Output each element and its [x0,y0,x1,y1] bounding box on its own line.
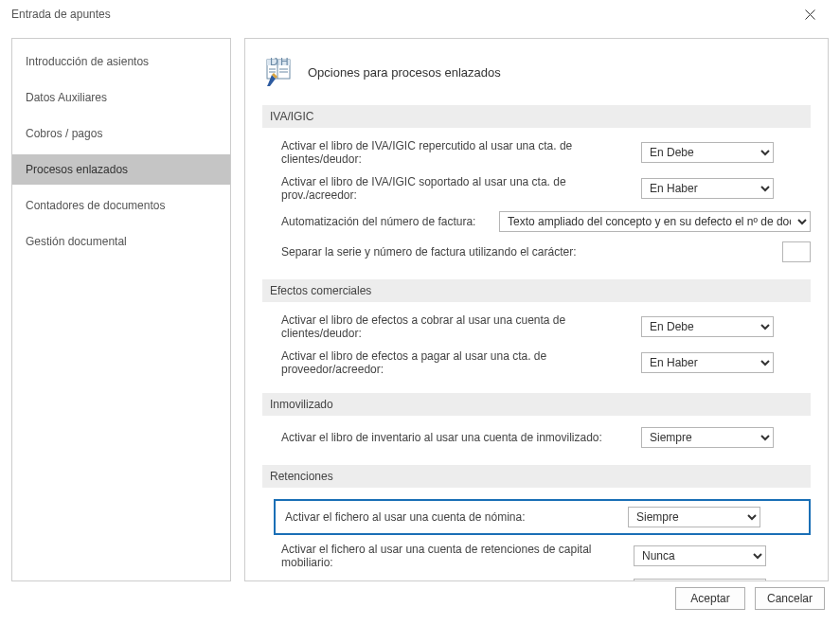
close-button[interactable] [791,0,829,28]
input-separador[interactable] [782,241,811,262]
window-title: Entrada de apuntes [11,8,111,21]
nav-item-cobros-pagos[interactable]: Cobros / pagos [12,118,230,149]
select-iva-soportado[interactable]: En Haber [641,178,774,199]
nav-item-contadores[interactable]: Contadores de documentos [12,190,230,221]
dialog-footer: Aceptar Cancelar [0,581,840,616]
ledger-icon: D H [262,56,295,88]
section-retenciones: Activar el fichero al usar una cuenta de… [262,499,811,581]
label-auto-factura: Automatización del número de factura: [281,215,499,228]
section-header-inmovilizado: Inmovilizado [262,393,811,416]
section-iva: Activar el libro de IVA/IGIC repercutido… [262,139,811,262]
label-capital-mobiliario: Activar el fichero al usar una cuenta de… [281,543,634,569]
label-inventario: Activar el libro de inventario al usar u… [281,431,641,444]
select-efectos-cobrar[interactable]: En Debe [641,316,774,337]
label-efectos-cobrar: Activar el libro de efectos a cobrar al … [281,313,641,340]
select-iva-repercutido[interactable]: En Debe [641,142,774,163]
select-inventario[interactable]: Siempre [641,427,774,448]
section-inmovilizado: Activar el libro de inventario al usar u… [262,427,811,448]
section-header-retenciones: Retenciones [262,465,811,488]
label-iva-repercutido: Activar el libro de IVA/IGIC repercutido… [281,139,641,166]
select-auto-factura[interactable]: Texto ampliado del concepto y en su defe… [499,211,811,232]
label-iva-soportado: Activar el libro de IVA/IGIC soportado a… [281,175,641,202]
section-header-iva: IVA/IGIC [262,105,811,128]
select-capital-mobiliario[interactable]: Nunca [634,545,766,566]
svg-text:D: D [270,58,278,68]
highlighted-row-nomina: Activar el fichero al usar una cuenta de… [274,499,811,535]
page-header: D H Opciones para procesos enlazados [262,56,811,88]
ok-button[interactable]: Aceptar [675,587,745,610]
section-header-efectos: Efectos comerciales [262,279,811,302]
svg-text:H: H [280,58,289,68]
content-panel: D H Opciones para procesos enlazados IVA… [244,38,829,581]
nav-item-gestion-documental[interactable]: Gestión documental [12,226,230,257]
dialog-body: Introducción de asientos Datos Auxiliare… [0,28,840,581]
title-bar: Entrada de apuntes [0,0,840,28]
label-efectos-pagar: Activar el libro de efectos a pagar al u… [281,349,641,376]
nav-item-introduccion[interactable]: Introducción de asientos [12,46,230,77]
label-nomina: Activar el fichero al usar una cuenta de… [285,510,628,524]
close-icon [805,9,815,20]
nav-item-procesos-enlazados[interactable]: Procesos enlazados [12,154,230,185]
page-title: Opciones para procesos enlazados [308,65,501,80]
select-nomina[interactable]: Siempre [628,507,760,527]
label-separador: Separar la serie y número de factura uti… [281,245,599,259]
cancel-button[interactable]: Cancelar [755,587,825,610]
sidebar-nav: Introducción de asientos Datos Auxiliare… [11,38,231,581]
select-remuneraciones[interactable]: Nunca [634,579,766,581]
nav-item-datos-auxiliares[interactable]: Datos Auxiliares [12,82,230,113]
section-efectos: Activar el libro de efectos a cobrar al … [262,313,811,376]
select-efectos-pagar[interactable]: En Haber [641,352,774,373]
